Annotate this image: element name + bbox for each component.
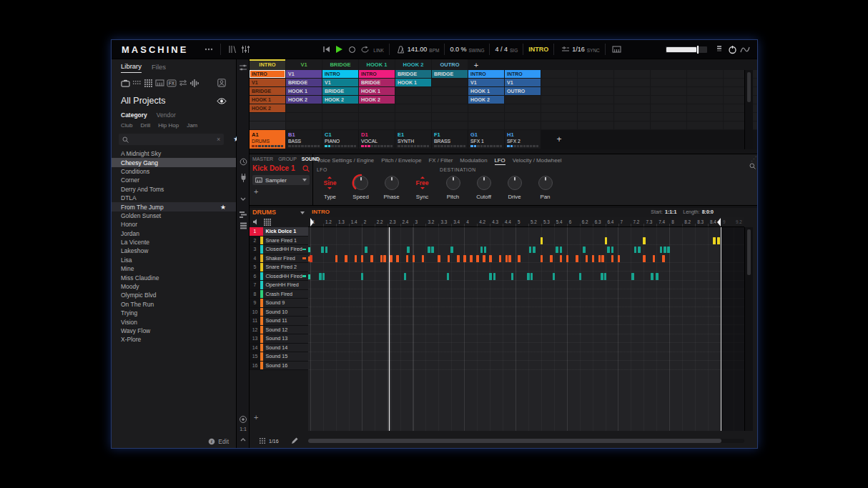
pattern-cell[interactable]: HOOK 1 <box>359 87 395 95</box>
note[interactable] <box>553 273 556 280</box>
note[interactable] <box>713 237 716 244</box>
param-phase[interactable]: Phase <box>376 171 407 204</box>
param-pitch[interactable]: Pitch <box>438 171 468 204</box>
pattern-cell[interactable]: BRIDGE <box>359 79 395 86</box>
pattern-cell[interactable] <box>432 113 468 121</box>
note[interactable] <box>335 255 338 262</box>
edit-pencil-icon[interactable] <box>291 437 298 444</box>
pattern-cell[interactable] <box>468 104 504 112</box>
note[interactable] <box>447 273 450 280</box>
scene-tab-hook-1[interactable]: HOOK 1 <box>359 59 395 70</box>
group-tile-a1[interactable]: A1DRUMS <box>250 130 285 149</box>
more-options-icon[interactable] <box>202 43 215 56</box>
pattern-cell[interactable] <box>468 121 504 129</box>
pattern-cell[interactable] <box>505 113 541 121</box>
scene-tab-v1[interactable]: V1 <box>286 59 322 70</box>
pattern-cell[interactable]: HOOK 1 <box>395 79 431 86</box>
note[interactable] <box>618 255 621 262</box>
pattern-cell[interactable]: V1 <box>286 70 322 78</box>
project-list-item[interactable]: Lakeshow <box>112 247 236 255</box>
note[interactable] <box>586 255 588 262</box>
sound-row[interactable]: 6ClosedHH Fired 2 <box>250 272 308 282</box>
automation-clock-icon[interactable] <box>237 158 250 166</box>
note[interactable] <box>631 273 634 280</box>
note[interactable] <box>643 237 646 244</box>
pattern-cell[interactable]: BRIDGE <box>286 79 322 86</box>
note[interactable] <box>541 237 543 244</box>
clear-search-icon[interactable]: × <box>217 136 220 143</box>
pattern-cell[interactable] <box>505 96 541 104</box>
param-page-tab[interactable]: Modulation <box>460 157 487 165</box>
pattern-cell[interactable]: HOOK 2 <box>250 104 285 112</box>
group-tile-e1[interactable]: E1SYNTH <box>395 130 431 149</box>
pattern-cell[interactable]: V1 <box>322 79 358 86</box>
param-sync[interactable]: FreeSync <box>407 171 438 204</box>
param-stepper[interactable]: Free <box>416 171 429 194</box>
note[interactable] <box>370 255 373 262</box>
tempo-value[interactable]: 141.00 <box>408 46 428 53</box>
pattern-cell[interactable] <box>432 96 468 104</box>
jump-to-start-icon[interactable] <box>320 43 332 56</box>
group-tile-h1[interactable]: H1SFX 2 <box>505 130 541 149</box>
mixer-toggle-icon[interactable] <box>239 43 252 56</box>
collapse-control-chevron-icon[interactable] <box>237 197 250 201</box>
note[interactable] <box>345 255 347 262</box>
note[interactable] <box>407 247 410 254</box>
project-list-item[interactable]: Jordan <box>112 229 236 238</box>
resize-grip-icon[interactable]: ⋰ <box>751 156 756 162</box>
projects-filter-icon[interactable] <box>120 79 132 87</box>
pattern-cell[interactable] <box>432 87 468 95</box>
pattern-cell[interactable]: OUTRO <box>505 87 541 95</box>
project-list-item[interactable]: Corner <box>112 176 236 184</box>
sound-row[interactable]: 8Crash Fired <box>250 290 308 299</box>
play-icon[interactable] <box>332 43 345 56</box>
fx-filter-icon[interactable]: FX <box>166 79 177 87</box>
sound-row[interactable]: 7OpenHH Fired <box>250 281 308 290</box>
note[interactable] <box>476 255 479 262</box>
note[interactable] <box>527 273 530 280</box>
note[interactable] <box>643 255 646 262</box>
note-grid[interactable] <box>308 227 744 431</box>
pattern-cell[interactable]: V1 <box>250 79 285 86</box>
note[interactable] <box>365 247 368 254</box>
oneshots-filter-icon[interactable] <box>189 79 200 87</box>
scene-tab-intro[interactable]: INTRO <box>250 59 285 70</box>
pattern-cell[interactable] <box>286 121 322 129</box>
note[interactable] <box>428 247 430 254</box>
note[interactable] <box>529 247 532 254</box>
sound-row[interactable]: 15Sound 15 <box>250 352 308 362</box>
add-scene-button[interactable]: + <box>468 59 484 70</box>
project-list-item[interactable]: Derry And Toms <box>112 185 236 194</box>
pattern-cell[interactable]: BRIDGE <box>322 87 358 95</box>
pattern-cell[interactable]: INTRO <box>468 70 504 78</box>
sound-row[interactable]: 5Snare Fired 2 <box>250 263 308 272</box>
note[interactable] <box>541 255 543 262</box>
param-page-tab[interactable]: LFO <box>495 157 505 165</box>
project-list-item[interactable]: DTLA <box>112 194 236 202</box>
project-list-item[interactable]: Wavy Flow <box>112 327 236 335</box>
pattern-cell[interactable]: INTRO <box>359 70 395 78</box>
pattern-cell[interactable]: BRIDGE <box>432 70 468 78</box>
audio-engine-wave-icon[interactable] <box>739 43 751 56</box>
perform-grid-value[interactable]: 1/16 <box>572 46 585 53</box>
param-page-tab[interactable]: Pitch / Envelope <box>381 157 421 165</box>
user-account-icon[interactable] <box>216 79 227 87</box>
note[interactable] <box>508 255 511 262</box>
pattern-cell[interactable]: INTRO <box>250 70 285 78</box>
note[interactable] <box>601 273 603 280</box>
editor-scrollbar[interactable] <box>744 227 753 431</box>
note[interactable] <box>499 255 502 262</box>
groups-filter-icon[interactable] <box>132 80 143 86</box>
params-magnifier-icon[interactable] <box>749 163 756 169</box>
tab-files[interactable]: Files <box>152 61 166 73</box>
pattern-cell[interactable] <box>359 113 395 121</box>
note[interactable] <box>483 255 485 262</box>
note[interactable] <box>355 255 357 262</box>
note[interactable] <box>651 273 654 280</box>
group-tile-g1[interactable]: G1SFX 1 <box>468 130 504 149</box>
note[interactable] <box>556 247 558 254</box>
project-list-item[interactable]: Moody <box>112 282 236 291</box>
pattern-cell[interactable]: INTRO <box>322 70 358 78</box>
note[interactable] <box>322 273 325 280</box>
note[interactable] <box>638 247 641 254</box>
